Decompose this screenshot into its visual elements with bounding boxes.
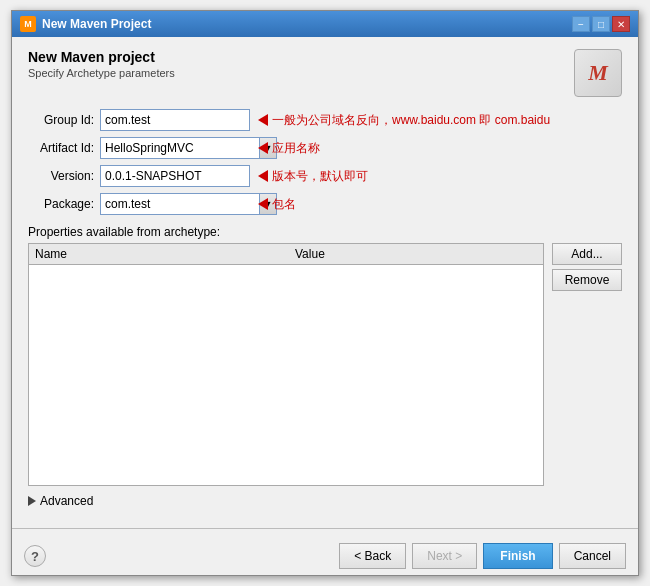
add-button[interactable]: Add... [552,243,622,265]
finish-button[interactable]: Finish [483,543,552,569]
arrow-icon [258,170,268,182]
group-id-input[interactable] [100,109,250,131]
package-label: Package: [28,197,100,211]
cancel-button[interactable]: Cancel [559,543,626,569]
arrow-icon [258,114,268,126]
dialog-content: New Maven project Specify Archetype para… [12,37,638,520]
artifact-id-input[interactable] [100,137,259,159]
version-label: Version: [28,169,100,183]
table-body [29,265,543,365]
dialog-title: New Maven project [28,49,175,65]
table-header: Name Value [29,244,543,265]
footer-right: < Back Next > Finish Cancel [339,543,626,569]
version-annotation-text: 版本号，默认即可 [272,168,368,185]
artifact-id-annotation-text: 应用名称 [272,140,320,157]
table-header-value: Value [295,247,325,261]
package-input[interactable] [100,193,259,215]
package-annotation: 包名 [258,196,296,213]
header-area: New Maven project Specify Archetype para… [28,49,622,97]
version-input[interactable] [100,165,250,187]
form-area: Group Id: 一般为公司域名反向，www.baidu.com 即 com.… [28,109,622,221]
package-annotation-text: 包名 [272,196,296,213]
version-row: Version: 版本号，默认即可 [28,165,622,187]
arrow-icon [258,142,268,154]
properties-container: Name Value Add... Remove [28,243,622,486]
artifact-id-row: Artifact Id: ▼ 应用名称 [28,137,622,159]
back-button[interactable]: < Back [339,543,406,569]
footer: ? < Back Next > Finish Cancel [12,537,638,575]
group-id-annotation: 一般为公司域名反向，www.baidu.com 即 com.baidu [258,112,550,129]
header-text: New Maven project Specify Archetype para… [28,49,175,79]
title-buttons: − □ ✕ [572,16,630,32]
properties-label: Properties available from archetype: [28,225,622,239]
package-dropdown: ▼ [100,193,250,215]
arrow-icon [258,198,268,210]
group-id-annotation-text: 一般为公司域名反向，www.baidu.com 即 com.baidu [272,112,550,129]
group-id-label: Group Id: [28,113,100,127]
maximize-button[interactable]: □ [592,16,610,32]
artifact-id-dropdown: ▼ [100,137,250,159]
advanced-label: Advanced [40,494,93,508]
footer-left: ? [24,545,46,567]
properties-table: Name Value [28,243,544,486]
table-header-name: Name [35,247,195,261]
dialog-subtitle: Specify Archetype parameters [28,67,175,79]
help-button[interactable]: ? [24,545,46,567]
title-bar: M New Maven Project − □ ✕ [12,11,638,37]
advanced-section: Advanced [28,494,622,508]
window-title: New Maven Project [42,17,151,31]
version-annotation: 版本号，默认即可 [258,168,368,185]
artifact-id-label: Artifact Id: [28,141,100,155]
maven-logo: M [574,49,622,97]
window-icon: M [20,16,36,32]
package-row: Package: ▼ 包名 [28,193,622,215]
advanced-toggle-icon[interactable] [28,496,36,506]
properties-buttons: Add... Remove [552,243,622,486]
artifact-id-annotation: 应用名称 [258,140,320,157]
next-button[interactable]: Next > [412,543,477,569]
main-window: M New Maven Project − □ ✕ New Maven proj… [11,10,639,576]
title-bar-left: M New Maven Project [20,16,151,32]
group-id-row: Group Id: 一般为公司域名反向，www.baidu.com 即 com.… [28,109,622,131]
footer-separator [12,528,638,529]
close-button[interactable]: ✕ [612,16,630,32]
remove-button[interactable]: Remove [552,269,622,291]
properties-section: Properties available from archetype: Nam… [28,225,622,486]
minimize-button[interactable]: − [572,16,590,32]
